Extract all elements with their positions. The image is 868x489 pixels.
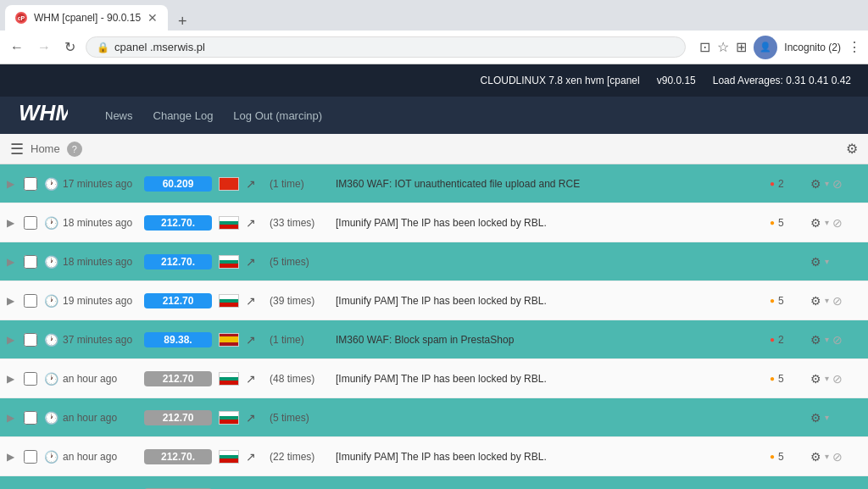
row-checkbox[interactable] [24, 372, 37, 386]
tab-close-button[interactable]: ✕ [147, 11, 158, 25]
gear-dropdown[interactable]: ▾ [825, 179, 829, 188]
browser-tab[interactable]: cP WHM [cpanel] - 90.0.15 ✕ [5, 5, 168, 31]
profile-button[interactable]: 👤 [754, 36, 777, 59]
ip-badge[interactable]: 89.38. [144, 332, 212, 347]
time-value: 19 minutes ago [63, 295, 132, 307]
expand-arrow[interactable]: ▶ [7, 178, 17, 190]
times-value: (22 times) [270, 451, 329, 463]
url-box[interactable]: 🔒 cpanel .mserwis.pl [86, 36, 686, 58]
gear-dropdown[interactable]: ▾ [825, 296, 829, 305]
clock-icon: 🕐 [44, 450, 58, 464]
country-flag [219, 411, 239, 425]
expand-arrow[interactable]: ▶ [7, 373, 17, 385]
ip-badge[interactable]: 212.70 [144, 293, 212, 308]
gear-button[interactable]: ⚙ [810, 294, 821, 308]
gear-button[interactable]: ⚙ [810, 450, 821, 464]
table-row: ▶ 🕐 19 minutes ago 212.70 ↗ (39 times) [… [0, 281, 868, 320]
breadcrumb-home: Home [31, 142, 60, 155]
actions-cell: ⚙ ▾ ⊘ [810, 333, 861, 347]
expand-arrow[interactable]: ▶ [7, 217, 17, 229]
whm-nav: WHM News Change Log Log Out (marcinp) [0, 97, 868, 134]
row-checkbox[interactable] [24, 411, 37, 425]
actions-cell: ⚙ ▾ [810, 255, 861, 269]
gear-dropdown[interactable]: ▾ [825, 335, 829, 344]
log-table-container: ▶ 🕐 17 minutes ago 60.209 ↗ (1 time) IM3… [0, 164, 868, 489]
score-cell: ●2 [770, 334, 804, 346]
time-cell: 🕐 37 minutes ago [44, 333, 137, 347]
times-value: (33 times) [270, 217, 329, 229]
country-flag [219, 333, 239, 347]
gear-button[interactable]: ⚙ [810, 372, 821, 386]
forward-button[interactable]: → [34, 38, 54, 57]
expand-arrow[interactable]: ▶ [7, 256, 17, 268]
ip-badge[interactable]: 212.70. [144, 449, 212, 464]
reload-button[interactable]: ↻ [61, 37, 79, 57]
row-checkbox[interactable] [24, 255, 37, 269]
ip-badge[interactable]: 212.70. [144, 215, 212, 231]
expand-arrow[interactable]: ▶ [7, 295, 17, 307]
svg-text:WHM: WHM [19, 100, 68, 125]
block-button[interactable]: ⊘ [832, 216, 843, 230]
new-tab-button[interactable]: + [171, 13, 194, 31]
description-text: [Imunify PAM] The IP has been locked by … [336, 451, 763, 463]
block-button[interactable]: ⊘ [832, 177, 843, 191]
gear-dropdown[interactable]: ▾ [825, 413, 829, 422]
gear-button[interactable]: ⚙ [810, 333, 821, 347]
ip-badge[interactable]: 212.70 [144, 371, 212, 386]
status-dot: ● [770, 218, 775, 227]
direction-arrow: ↗ [246, 333, 263, 347]
direction-arrow: ↗ [246, 411, 263, 425]
gear-button[interactable]: ⚙ [810, 255, 821, 269]
back-button[interactable]: ← [7, 38, 27, 57]
block-button[interactable]: ⊘ [832, 294, 843, 308]
status-dot: ● [770, 452, 775, 461]
actions-cell: ⚙ ▾ [810, 411, 861, 425]
row-checkbox[interactable] [24, 333, 37, 347]
block-button[interactable]: ⊘ [832, 450, 843, 464]
time-cell: 🕐 an hour ago [44, 372, 137, 386]
expand-arrow[interactable]: ▶ [7, 412, 17, 424]
score-value: 2 [778, 178, 784, 190]
row-checkbox[interactable] [24, 177, 37, 191]
time-value: an hour ago [63, 412, 117, 424]
score-value: 5 [778, 295, 784, 307]
expand-arrow[interactable]: ▶ [7, 334, 17, 346]
block-button[interactable]: ⊘ [832, 333, 843, 347]
score-value: 5 [778, 373, 784, 385]
bookmark-icon[interactable]: ☆ [717, 39, 729, 55]
nav-changelog[interactable]: Change Log [153, 106, 214, 125]
actions-cell: ⚙ ▾ ⊘ [810, 294, 861, 308]
ip-badge[interactable]: 60.209 [144, 176, 212, 192]
help-icon[interactable]: ? [67, 142, 82, 157]
gear-button[interactable]: ⚙ [810, 411, 821, 425]
description-text: [Imunify PAM] The IP has been locked by … [336, 373, 763, 385]
time-cell: 🕐 18 minutes ago [44, 255, 137, 269]
nav-news[interactable]: News [105, 106, 133, 125]
menu-icon[interactable]: ⋮ [848, 39, 861, 55]
settings-icon-top[interactable]: ⚙ [846, 141, 858, 157]
direction-arrow: ↗ [246, 177, 263, 191]
block-button[interactable]: ⊘ [832, 372, 843, 386]
gear-dropdown[interactable]: ▾ [825, 452, 829, 461]
ip-badge[interactable]: 212.70 [144, 410, 212, 425]
score-cell: ●5 [770, 217, 804, 229]
row-checkbox[interactable] [24, 216, 37, 230]
breadcrumb-bar: ☰ Home ? ⚙ [0, 134, 868, 164]
extension-icon[interactable]: ⊞ [736, 39, 747, 55]
gear-button[interactable]: ⚙ [810, 177, 821, 191]
expand-arrow[interactable]: ▶ [7, 451, 17, 463]
times-value: (1 time) [270, 178, 329, 190]
nav-logout[interactable]: Log Out (marcinp) [233, 106, 322, 125]
gear-dropdown[interactable]: ▾ [825, 218, 829, 227]
ip-badge[interactable]: 212.70. [144, 254, 212, 270]
status-dot: ● [770, 296, 775, 305]
hamburger-icon[interactable]: ☰ [10, 140, 24, 158]
row-checkbox[interactable] [24, 450, 37, 464]
gear-dropdown[interactable]: ▾ [825, 257, 829, 266]
cast-icon[interactable]: ⊡ [699, 39, 710, 55]
gear-button[interactable]: ⚙ [810, 216, 821, 230]
direction-arrow: ↗ [246, 294, 263, 308]
profile-icon: 👤 [760, 42, 771, 53]
row-checkbox[interactable] [24, 294, 37, 308]
gear-dropdown[interactable]: ▾ [825, 374, 829, 383]
